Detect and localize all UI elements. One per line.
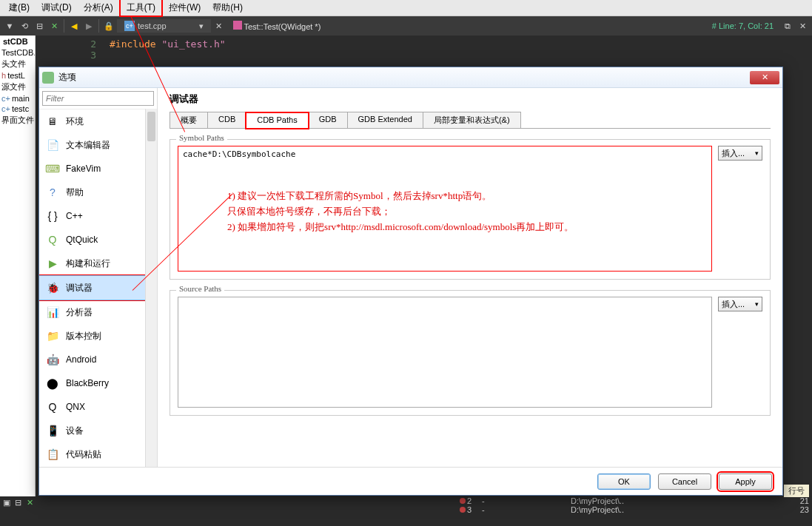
table-row[interactable]: 3 - D:\myProject\.. 23 [457, 505, 812, 514]
headers-folder[interactable]: 头文件 [0, 58, 35, 70]
menu-tools[interactable]: 工具(T) [119, 0, 163, 17]
line-number: 3 [36, 50, 110, 61]
dialog-buttons: OK Cancel Apply [39, 467, 782, 495]
source-paths-input[interactable] [178, 297, 712, 408]
vcs-icon: 📁 [45, 328, 60, 343]
close-tab-icon[interactable]: ✕ [212, 19, 226, 33]
project-tree: stCDB TestCDB.pro 头文件 htestL 源文件 c+main … [0, 36, 36, 502]
sources-folder[interactable]: 源文件 [0, 81, 35, 93]
cursor-position: # Line: 7, Col: 21 [706, 20, 779, 32]
add-icon[interactable]: ✕ [47, 19, 61, 33]
close-icon[interactable]: ✕ [750, 71, 779, 84]
page-title: 调试器 [170, 92, 771, 106]
cat-android[interactable]: 🤖Android [39, 348, 145, 371]
menu-build[interactable]: 建(B) [3, 0, 36, 16]
cat-qtquick[interactable]: QQtQuick [39, 228, 145, 252]
pro-file[interactable]: TestCDB.pro [0, 47, 35, 58]
cat-vcs[interactable]: 📁版本控制 [39, 324, 145, 348]
insert-source-button[interactable]: 插入... [718, 297, 762, 311]
apply-button[interactable]: Apply [719, 473, 772, 490]
insert-symbol-button[interactable]: 插入... [718, 146, 762, 161]
paste-icon: 📋 [45, 447, 60, 462]
analyze-icon: 📊 [45, 305, 60, 320]
cat-cpp[interactable]: { }C++ [39, 204, 145, 228]
fwd-icon[interactable]: ▶ [82, 19, 95, 33]
ok-button[interactable]: OK [597, 473, 651, 490]
issues-table: 2 - D:\myProject\.. 21 3 - D:\myProject\… [457, 496, 812, 514]
sync-icon[interactable]: ⟲ [18, 19, 31, 33]
menu-debug[interactable]: 调试(D) [36, 0, 78, 16]
cpp-cat-icon: { } [45, 209, 60, 223]
filter-input[interactable] [42, 91, 154, 106]
file-tab-label: test.cpp [138, 21, 167, 30]
code-keyword: #include [110, 38, 156, 50]
lock-icon[interactable]: 🔒 [102, 19, 115, 33]
qnx-icon: Q [45, 399, 60, 414]
cat-texteditor[interactable]: 📄文本编辑器 [39, 133, 145, 157]
source-paths-group: Source Paths 插入... [170, 290, 771, 416]
method-icon [233, 21, 242, 30]
hint-lineno: 行号 [784, 485, 809, 497]
source-paths-label: Source Paths [176, 284, 224, 293]
header-file[interactable]: htestL [0, 70, 35, 81]
table-row[interactable]: 2 - D:\myProject\.. 21 [457, 496, 812, 505]
build-icon: ▶ [45, 256, 60, 271]
qtquick-icon: Q [45, 232, 60, 247]
qt-icon [42, 72, 54, 84]
close-editor-icon[interactable]: ✕ [796, 19, 809, 33]
console-icon[interactable]: ▣ [3, 498, 13, 508]
bug-icon: 🐞 [45, 280, 60, 295]
scrollbar[interactable] [145, 109, 157, 467]
cat-devices[interactable]: 📱设备 [39, 419, 145, 442]
vim-icon: ⌨ [45, 161, 60, 176]
project-name[interactable]: stCDB [0, 36, 35, 47]
tab-gdb-ext[interactable]: GDB Extended [347, 112, 423, 128]
cancel-button[interactable]: Cancel [658, 473, 711, 490]
category-list[interactable]: 🖥环境 📄文本编辑器 ⌨FakeVim ?帮助 { }C++ QQtQuick … [39, 109, 145, 467]
source-file-testc[interactable]: c+testc [0, 104, 35, 114]
tab-locals[interactable]: 局部变量和表达式(&) [423, 112, 521, 128]
code-string: "ui_test.h" [161, 38, 225, 50]
device-icon: 📱 [45, 423, 60, 438]
cat-help[interactable]: ?帮助 [39, 181, 145, 204]
tab-cdb[interactable]: CDB [207, 112, 246, 128]
android-icon: 🤖 [45, 352, 60, 367]
close2-icon[interactable]: ✕ [27, 498, 37, 508]
symbol-paths-input[interactable]: cache*D:\CDBsymbolcache 1) 建议一次性下载工程所需的S… [178, 146, 712, 272]
menu-help[interactable]: 帮助(H) [207, 0, 249, 16]
cat-environment[interactable]: 🖥环境 [39, 109, 145, 133]
menu-widgets[interactable]: 控件(W) [163, 0, 207, 16]
cat-debugger[interactable]: 🐞调试器 [39, 275, 145, 300]
editor-file-tab[interactable]: c+ test.cpp ▾ [117, 19, 211, 33]
symbol-paths-group: Symbol Paths cache*D:\CDBsymbolcache 1) … [170, 139, 771, 280]
tab-gdb[interactable]: GDB [308, 112, 348, 128]
dialog-titlebar[interactable]: 选项 ✕ [39, 67, 782, 88]
settings-content: 调试器 概要 CDB CDB Paths GDB GDB Extended 局部… [158, 88, 782, 467]
options-dialog: 选项 ✕ 🖥环境 📄文本编辑器 ⌨FakeVim ?帮助 { }C++ QQtQ… [38, 67, 783, 496]
dialog-title-text: 选项 [58, 71, 750, 84]
breadcrumb[interactable]: Test::Test(QWidget *) [227, 19, 327, 33]
source-file-main[interactable]: c+main [0, 93, 35, 104]
cat-blackberry[interactable]: ⬤BlackBerry [39, 371, 145, 395]
blackberry-icon: ⬤ [45, 376, 60, 391]
toolbar: ▼ ⟲ ⊟ ✕ ◀ ▶ 🔒 c+ test.cpp ▾ ✕ Test::Test… [0, 16, 812, 36]
error-dot-icon [460, 498, 466, 504]
cat-fakevim[interactable]: ⌨FakeVim [39, 157, 145, 181]
cat-pastebin[interactable]: 📋代码粘贴 [39, 442, 145, 466]
ui-folder[interactable]: 界面文件 [0, 114, 35, 127]
cat-qnx[interactable]: QQNX [39, 395, 145, 419]
error-dot-icon [460, 507, 466, 513]
menu-analyze[interactable]: 分析(A) [78, 0, 119, 16]
back-icon[interactable]: ◀ [67, 19, 81, 33]
annotation-text: 1) 建议一次性下载工程所需的Symbol，然后去掉srv*http语句。 只保… [227, 189, 707, 235]
filter-icon[interactable]: ▼ [3, 19, 16, 33]
cat-analyzer[interactable]: 📊分析器 [39, 300, 145, 324]
collapse-icon[interactable]: ⊟ [33, 19, 46, 33]
symbol-paths-label: Symbol Paths [176, 133, 227, 142]
cat-buildrun[interactable]: ▶构建和运行 [39, 252, 145, 275]
tab-cdb-paths[interactable]: CDB Paths [246, 112, 308, 129]
popout-icon[interactable]: ⧉ [781, 19, 794, 33]
collapse2-icon[interactable]: ⊟ [15, 498, 25, 508]
cpp-icon: c+ [124, 21, 135, 31]
tab-overview[interactable]: 概要 [170, 112, 208, 128]
